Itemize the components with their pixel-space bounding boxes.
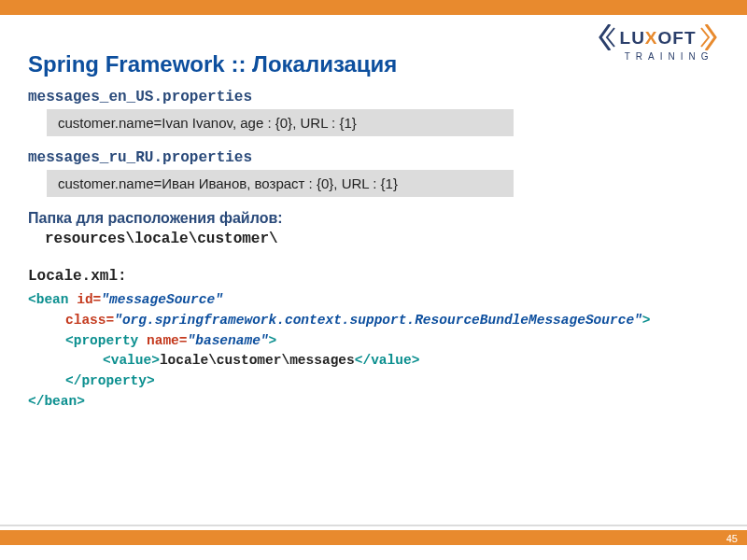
xml-attr-id: id= — [77, 292, 101, 307]
xml-val-class: "org.springframework.context.support.Res… — [114, 313, 642, 328]
xml-value-open: <value> — [103, 353, 160, 368]
xml-bean-close: </bean> — [28, 394, 85, 409]
brand-logo: LUXOFT TRAINING — [597, 24, 719, 62]
chevron-right-icon — [700, 24, 719, 50]
xml-val-name: "basename" — [188, 333, 269, 348]
slide-content: messages_en_US.properties customer.name=… — [28, 89, 682, 413]
file-ru-content: customer.name=Иван Иванов, возраст : {0}… — [47, 170, 514, 197]
bottom-divider — [0, 525, 747, 526]
file-en-content: customer.name=Ivan Ivanov, age : {0}, UR… — [47, 109, 514, 136]
xml-attr-name: name= — [147, 333, 188, 348]
slide: LUXOFT TRAINING Spring Framework :: Лока… — [0, 0, 747, 560]
xml-value-text: locale\customer\messages — [160, 353, 355, 368]
file-en-label: messages_en_US.properties — [28, 89, 682, 105]
xml-prop-open: <property — [65, 333, 147, 348]
file-ru-label: messages_ru_RU.properties — [28, 149, 682, 166]
logo-text: LUXOFT — [620, 29, 697, 47]
logo-subtitle: TRAINING — [597, 52, 719, 62]
xml-close-angle-1: > — [642, 313, 651, 328]
xml-bean-open: <bean — [28, 292, 77, 307]
bottom-accent-bar — [0, 530, 747, 545]
page-number: 45 — [726, 533, 738, 544]
slide-title: Spring Framework :: Локализация — [28, 51, 397, 77]
xml-val-id: "messageSource" — [101, 292, 223, 307]
top-accent-bar — [0, 0, 747, 15]
xml-close-angle-2: > — [269, 333, 277, 348]
xml-prop-close: </property> — [65, 373, 155, 388]
chevron-left-icon — [597, 24, 615, 50]
xml-snippet: <bean id="messageSource" class="org.spri… — [28, 290, 682, 413]
xml-attr-class: class= — [65, 313, 114, 328]
xml-value-close: </value> — [355, 353, 420, 368]
folder-path: resources\locale\customer\ — [45, 231, 682, 247]
locale-xml-label: Locale.xml: — [28, 268, 682, 285]
folder-label: Папка для расположения файлов: — [28, 210, 682, 227]
